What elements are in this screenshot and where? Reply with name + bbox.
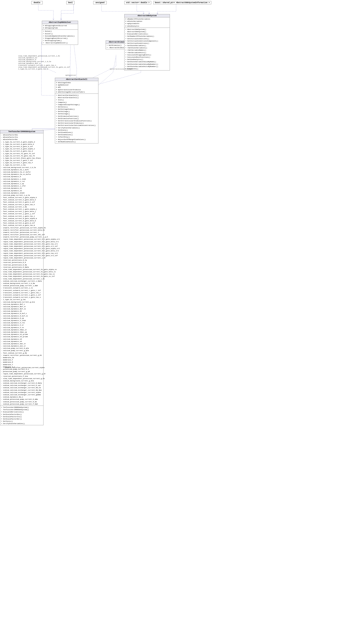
abstract-cardiac-cell-box: AbstractCardiacCell # mVoltageIndex # mp…	[55, 78, 98, 144]
tentusscher-attrs: - mScaleFactorGks - mScaleFactorIto - mS…	[0, 133, 43, 406]
abstract-cardiac-cell-methods: + AbstractCardiacCell() - AbstractCardia…	[55, 94, 98, 143]
abstract-ode-solver-methods: + Solve() + Solver() + SolveAndUpdateSta…	[42, 30, 78, 44]
type-bool: bool	[66, 1, 75, 4]
abstract-cardiac-cell-attrs: # mVoltageIndex # mpOdeSolver # mDt # mp…	[55, 81, 98, 94]
type-unsigned: unsigned	[93, 1, 107, 4]
arrows-svg	[0, 0, 364, 627]
abstract-ode-solver-title: AbstractIvpOdeSolver	[42, 21, 78, 24]
tentusscher-box: TenTusscher2006OdeSystem - mScaleFactorG…	[0, 130, 44, 425]
type-double: double	[31, 1, 43, 4]
abstract-ode-solver-attrs: # mStoppingEventOccurred # mStoppingTime	[42, 24, 78, 30]
tentusscher-methods: + TenTusscher2006OdeSystem() - TenTussch…	[0, 406, 43, 425]
abstract-ode-system-box: AbstractOdeSystem # mNumberOfStateVariab…	[124, 14, 170, 70]
mpOdeSolver-label: mpOdeSolver	[65, 74, 76, 76]
tentusscher-title: TenTusscher2006OdeSystem	[0, 130, 43, 133]
type-boostshared: boost::shared_ptr< AbstractOdeSystemInfo…	[153, 1, 211, 4]
abstract-ode-system-methods: + AbstractOdeSystem() - AbstractOdeSyste…	[125, 28, 170, 70]
slow-vars-label: slow_time_dependent_potassium_current_i_…	[18, 55, 70, 70]
abstract-ode-system-title: AbstractOdeSystem	[125, 14, 170, 17]
mpIntracellularStimulus-label: mpIntracellularStimulus	[110, 68, 133, 70]
inward-rectifier-label: inward_rectifier_potassium_current_alpha	[5, 366, 45, 368]
abstract-cardiac-cell-title: AbstractCardiacCell	[55, 78, 98, 81]
abstract-ode-system-attrs: # mNumberOfStateVariables # mStateVariab…	[125, 17, 170, 28]
type-stdvector: std::vector< double >	[124, 1, 151, 4]
abstract-ode-solver-box: AbstractIvpOdeSolver # mStoppingEventOcc…	[42, 21, 78, 45]
diagram-container: double bool unsigned std::vector< double…	[0, 0, 364, 627]
